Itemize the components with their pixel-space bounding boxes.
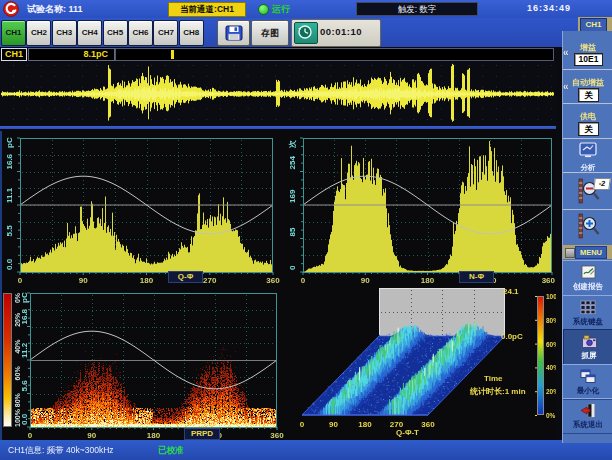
trigger-position-marker[interactable] (171, 50, 174, 59)
status-bar: CH1信息: 频带 40k~300kHz 已校准 (0, 440, 612, 460)
statistics-duration-label: 统计时长:1 min (470, 386, 526, 397)
separator (563, 138, 612, 140)
menu-button-label: 创建报告 (563, 282, 612, 292)
zoom-out-button[interactable]: -2 (563, 176, 612, 208)
qphi-title: Q-Φ (168, 271, 203, 283)
separator (563, 69, 612, 71)
nphi-title: N-Φ (459, 271, 494, 283)
channel-button-ch8[interactable]: CH8 (179, 20, 204, 46)
toolbar: CH1CH2CH3CH4CH5CH6CH7CH8 存图 00: (0, 18, 578, 47)
timer-button[interactable] (294, 22, 318, 44)
channel-button-ch2[interactable]: CH2 (26, 20, 51, 46)
pd-analyzer-window: 试验名称: 111 当前通道:CH1 运行 触发: 数字 16:34:49 CH… (0, 0, 612, 460)
run-indicator-icon (258, 4, 269, 15)
q-phi-t-3d-chart (286, 284, 556, 440)
menu-button-3[interactable]: 抓屏 (563, 329, 612, 365)
sidebar-tab-strip: CH1 (578, 17, 612, 31)
run-status: 运行 (258, 2, 318, 16)
prpd-title: PRPD (184, 428, 220, 440)
menu-button-label: 最小化 (563, 386, 612, 396)
waveform-amplitude-value: 8.1pC (28, 48, 115, 61)
channel-info: CH1信息: 频带 40k~300kHz (8, 445, 114, 457)
menu-button-label: 系统键盘 (563, 317, 612, 327)
time-waveform-chart (0, 61, 556, 126)
menu-title: MENU (575, 246, 607, 259)
save-button[interactable] (217, 20, 250, 46)
waveform-position-bar[interactable] (115, 48, 554, 61)
channel-button-ch1[interactable]: CH1 (1, 20, 26, 46)
menu-band: MENU (563, 245, 612, 259)
calibration-status: 已校准 (158, 445, 184, 457)
time-axis-label: Time (484, 374, 503, 383)
channel-button-ch7[interactable]: CH7 (153, 20, 178, 46)
analyze-screen-icon (578, 142, 598, 159)
floppy-disk-icon (225, 25, 243, 41)
zoom-in-button[interactable] (563, 211, 612, 243)
power-label: 供电 (563, 111, 612, 122)
gain-value[interactable]: 10E1 (574, 53, 603, 66)
separator (563, 103, 612, 105)
system-time: 16:34:49 (527, 3, 571, 13)
waveform-channel-label: CH1 (1, 48, 27, 61)
window-edge (0, 131, 2, 440)
app-logo-icon (3, 1, 19, 17)
save-image-button[interactable]: 存图 (251, 20, 289, 46)
z-max-label: 24.1 (503, 287, 519, 296)
qphit-title: Q-Φ-T (396, 428, 419, 437)
analyze-button[interactable]: 分析 (563, 142, 612, 173)
elapsed-time: 00:01:10 (320, 26, 362, 37)
menu-button-label: 系统退出 (563, 420, 612, 430)
menu-button-2[interactable]: 系统键盘 (563, 295, 612, 331)
sidebar-channel-tab[interactable]: CH1 (580, 18, 607, 32)
q-phi-histogram-chart (0, 129, 286, 284)
zoom-level-badge: -2 (593, 178, 611, 190)
power-value[interactable]: 关 (578, 122, 599, 136)
timer-panel: 00:01:10 (291, 19, 381, 47)
menu-button-label: 抓屏 (564, 351, 612, 361)
gain-label: 增益 (563, 42, 612, 53)
menu-button-4[interactable]: 最小化 (563, 364, 612, 400)
channel-button-ch6[interactable]: CH6 (128, 20, 153, 46)
channel-button-ch4[interactable]: CH4 (77, 20, 102, 46)
separator (563, 172, 612, 174)
n-phi-histogram-chart (286, 129, 556, 284)
clock-icon (295, 23, 315, 41)
trigger-mode: 触发: 数字 (356, 2, 478, 16)
channel-button-ch5[interactable]: CH5 (103, 20, 128, 46)
z-min-label: 0.0pC (501, 332, 523, 341)
channel-button-ch3[interactable]: CH3 (52, 20, 77, 46)
prpd-heatmap-chart (0, 284, 286, 440)
menu-button-1[interactable]: 创建报告 (563, 260, 612, 296)
menu-button-5[interactable]: 系统退出 (563, 398, 612, 434)
test-name: 试验名称: 111 (27, 3, 83, 16)
zoom-in-icon (573, 211, 603, 241)
header-bar: 试验名称: 111 当前通道:CH1 运行 触发: 数字 16:34:49 (0, 0, 612, 18)
auto-gain-value[interactable]: 关 (578, 88, 599, 102)
auto-gain-label: 自动增益 (563, 77, 612, 88)
sidebar: « « 增益 10E1 自动增益 关 供电 关 分析 (562, 31, 612, 443)
menu-handle-icon[interactable] (565, 248, 575, 258)
current-channel-badge: 当前通道:CH1 (168, 2, 246, 17)
run-status-label: 运行 (272, 3, 290, 16)
